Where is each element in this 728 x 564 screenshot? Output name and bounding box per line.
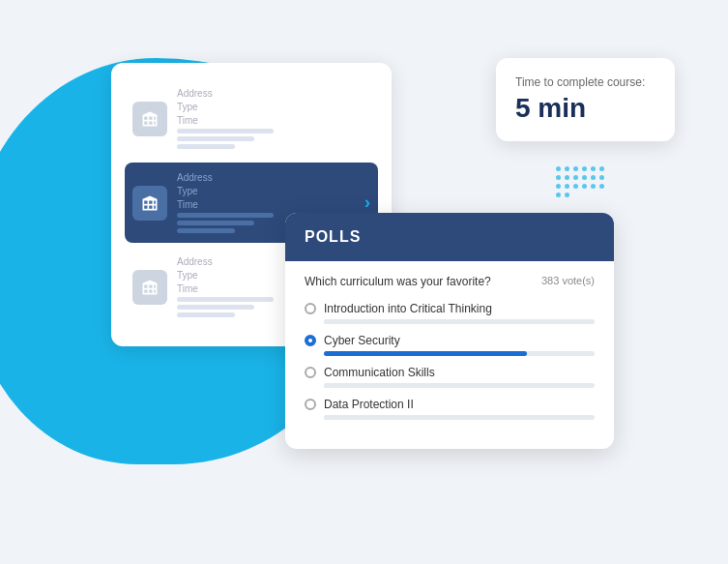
arrow-icon: › — [364, 193, 370, 213]
poll-option-row: Cyber Security — [305, 334, 595, 347]
poll-bar-fill — [324, 319, 446, 324]
poll-option-4[interactable]: Data Protection II — [305, 398, 595, 420]
polls-votes: 383 vote(s) — [541, 275, 595, 286]
poll-option-label: Introduction into Critical Thinking — [324, 302, 492, 315]
time-card: Time to complete course: 5 min — [496, 58, 675, 141]
polls-question-row: Which curriculum was your favorite? 383 … — [305, 275, 595, 288]
polls-card: POLLS Which curriculum was your favorite… — [285, 213, 614, 449]
poll-option-1[interactable]: Introduction into Critical Thinking — [305, 302, 595, 324]
polls-header: POLLS — [285, 213, 614, 261]
poll-bar-fill — [324, 415, 405, 420]
building-icon — [132, 270, 167, 305]
building-icon — [132, 186, 167, 221]
poll-option-row: Communication Skills — [305, 366, 595, 379]
radio-button[interactable] — [305, 367, 316, 378]
time-label: Time to complete course: — [515, 75, 655, 89]
poll-bar-track — [324, 351, 595, 356]
poll-option-row: Data Protection II — [305, 398, 595, 411]
poll-bar-fill — [324, 383, 419, 388]
poll-option-label: Data Protection II — [324, 398, 414, 411]
poll-option-label: Cyber Security — [324, 334, 400, 347]
time-value: 5 min — [515, 93, 655, 124]
radio-button-selected[interactable] — [305, 335, 316, 346]
radio-button[interactable] — [305, 399, 316, 410]
polls-body: Which curriculum was your favorite? 383 … — [285, 261, 614, 449]
polls-question: Which curriculum was your favorite? — [305, 275, 534, 288]
list-item[interactable]: Address Type Time — [125, 78, 378, 159]
poll-bar-track — [324, 415, 595, 420]
poll-option-label: Communication Skills — [324, 366, 435, 379]
poll-bar-track — [324, 383, 595, 388]
poll-option-2[interactable]: Cyber Security — [305, 334, 595, 356]
poll-bar-track — [324, 319, 595, 324]
list-item-text: Address Type Time — [177, 88, 370, 149]
poll-bar-fill-active — [324, 351, 527, 356]
polls-title: POLLS — [305, 228, 361, 245]
radio-button[interactable] — [305, 303, 316, 314]
building-icon — [132, 102, 167, 136]
poll-option-row: Introduction into Critical Thinking — [305, 302, 595, 315]
poll-option-3[interactable]: Communication Skills — [305, 366, 595, 388]
